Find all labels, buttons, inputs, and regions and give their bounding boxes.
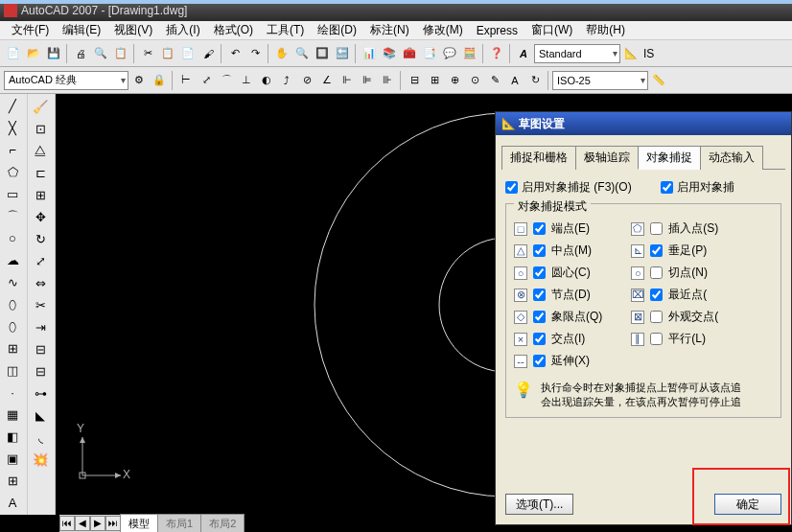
tab-polar[interactable]: 极轴追踪 [575, 146, 639, 170]
osnap-item-l-3[interactable]: ⊗节点(D) [514, 287, 602, 303]
line-icon[interactable]: ╱ [2, 96, 23, 117]
pline-icon[interactable]: ⌐ [2, 140, 23, 161]
dim-ang-icon[interactable]: ∠ [317, 71, 337, 90]
break-pt-icon[interactable]: ⊟ [30, 338, 51, 359]
dim-linear-icon[interactable]: ⊢ [176, 71, 196, 90]
help-icon[interactable]: ❓ [487, 44, 506, 63]
menu-m[interactable]: 修改(M) [417, 20, 469, 40]
explode-icon[interactable]: 💥 [30, 449, 51, 470]
tab-prev-icon[interactable]: ◀ [75, 516, 90, 531]
osnap-checkbox[interactable] [533, 244, 546, 257]
zoom-rt-icon[interactable]: 🔍 [292, 44, 312, 63]
osnap-item-r-4[interactable]: ⊠外观交点( [631, 309, 718, 325]
redo-icon[interactable]: ↷ [245, 44, 265, 63]
arc-icon[interactable]: ⌒ [2, 206, 23, 227]
osnap-checkbox[interactable] [650, 311, 663, 323]
fillet-icon[interactable]: ◟ [30, 427, 51, 448]
dim-aligned-icon[interactable]: ⤢ [197, 71, 216, 90]
ssm-icon[interactable]: 📑 [420, 44, 439, 63]
copy-obj-icon[interactable]: ⊡ [30, 118, 51, 139]
table-icon[interactable]: ⊞ [2, 470, 23, 491]
chamfer-icon[interactable]: ◣ [30, 405, 51, 426]
osnap-checkbox[interactable] [650, 289, 663, 301]
zoom-prev-icon[interactable]: 🔙 [333, 44, 352, 63]
markup-icon[interactable]: 💬 [440, 44, 459, 63]
osnap-checkbox[interactable] [650, 244, 663, 257]
zoom-win-icon[interactable]: 🔲 [313, 44, 332, 63]
menu-f[interactable]: 文件(F) [6, 20, 55, 40]
dim-ord-icon[interactable]: ⊥ [237, 71, 256, 90]
osnap-item-l-2[interactable]: ○圆心(C) [514, 265, 602, 281]
osnap-item-l-1[interactable]: △中点(M) [514, 243, 602, 259]
extend-icon[interactable]: ⇥ [30, 316, 51, 337]
dim-space-icon[interactable]: ⊟ [405, 71, 424, 90]
menu-w[interactable]: 窗口(W) [525, 20, 578, 40]
osnap-item-l-4[interactable]: ◇象限点(Q) [514, 309, 602, 325]
array-icon[interactable]: ⊞ [30, 184, 51, 205]
text-style-icon[interactable]: A [514, 44, 533, 63]
spline-icon[interactable]: ∿ [2, 272, 23, 293]
dim-update-icon[interactable]: ↻ [525, 71, 545, 90]
tab-layout2[interactable]: 布局2 [200, 514, 245, 533]
osnap-item-r-5[interactable]: ∥平行(L) [631, 331, 718, 347]
hatch-icon[interactable]: ▦ [2, 404, 23, 425]
break-icon[interactable]: ⊟ [30, 360, 51, 382]
trim-icon[interactable]: ✂ [30, 294, 51, 315]
dim-cont-icon[interactable]: ⊪ [378, 71, 397, 90]
region-icon[interactable]: ▣ [2, 448, 23, 469]
dim-diam-icon[interactable]: ⊘ [297, 71, 316, 90]
print-icon[interactable]: 🖨 [71, 44, 90, 63]
cut-icon[interactable]: ✂ [138, 44, 157, 63]
enable-otrack-checkbox[interactable]: 启用对象捕 [661, 179, 734, 196]
tab-next-icon[interactable]: ▶ [90, 516, 105, 531]
undo-icon[interactable]: ↶ [225, 44, 245, 63]
dim-quick-icon[interactable]: ⊩ [338, 71, 357, 90]
offset-icon[interactable]: ⊏ [30, 162, 51, 183]
osnap-item-l-0[interactable]: □端点(E) [514, 220, 602, 237]
dim-style-icon[interactable]: 📐 [621, 44, 641, 63]
osnap-checkbox[interactable] [533, 222, 546, 235]
dim-tedit-icon[interactable]: A [505, 71, 524, 90]
osnap-item-l-5[interactable]: ×交点(I) [514, 331, 602, 347]
join-icon[interactable]: ⊶ [30, 382, 51, 404]
circle-icon[interactable]: ○ [2, 228, 23, 249]
save-icon[interactable]: 💾 [44, 44, 63, 63]
osnap-checkbox[interactable] [533, 266, 546, 279]
menu-n[interactable]: 标注(N) [364, 20, 415, 40]
menu-i[interactable]: 插入(I) [160, 20, 205, 40]
osnap-checkbox[interactable] [533, 355, 546, 367]
dim-break-icon[interactable]: ⊞ [425, 71, 444, 90]
revcloud-icon[interactable]: ☁ [2, 250, 23, 271]
ws-lock-icon[interactable]: 🔒 [150, 71, 169, 90]
pan-icon[interactable]: ✋ [272, 44, 291, 63]
dim-jog-icon[interactable]: ⤴ [277, 71, 296, 90]
tab-dyn-input[interactable]: 动态输入 [700, 146, 763, 170]
workspace-combo[interactable]: AutoCAD 经典 [4, 71, 128, 90]
props-icon[interactable]: 📊 [360, 44, 379, 63]
dim-edit-icon[interactable]: ✎ [485, 71, 504, 90]
polygon-icon[interactable]: ⬠ [2, 162, 23, 183]
tolerance-icon[interactable]: ⊕ [445, 71, 464, 90]
menu-e[interactable]: 编辑(E) [57, 20, 106, 40]
erase-icon[interactable]: 🧹 [30, 96, 51, 117]
dim-rad-icon[interactable]: ◐ [257, 71, 276, 90]
rotate-icon[interactable]: ↻ [30, 228, 51, 249]
osnap-checkbox[interactable] [533, 289, 546, 301]
osnap-item-l-6[interactable]: --延伸(X) [514, 353, 602, 369]
tpalette-icon[interactable]: 🧰 [400, 44, 419, 63]
paste-icon[interactable]: 📄 [178, 44, 198, 63]
osnap-item-r-3[interactable]: ⌧最近点( [631, 287, 718, 303]
block-icon[interactable]: ◫ [2, 359, 23, 381]
osnap-item-r-2[interactable]: ○切点(N) [631, 265, 718, 281]
rect-icon[interactable]: ▭ [2, 184, 23, 205]
dcenter-icon[interactable]: 📚 [380, 44, 399, 63]
publish-icon[interactable]: 📋 [111, 44, 130, 63]
menu-express[interactable]: Express [471, 22, 524, 39]
text-icon[interactable]: A [2, 492, 23, 513]
scale-icon[interactable]: ⤢ [30, 250, 51, 271]
mirror-icon[interactable]: ⧋ [30, 140, 51, 161]
match-icon[interactable]: 🖌 [198, 44, 218, 63]
osnap-item-r-0[interactable]: ⬠插入点(S) [631, 220, 718, 237]
dim-base-icon[interactable]: ⊫ [358, 71, 377, 90]
osnap-checkbox[interactable] [533, 333, 546, 345]
